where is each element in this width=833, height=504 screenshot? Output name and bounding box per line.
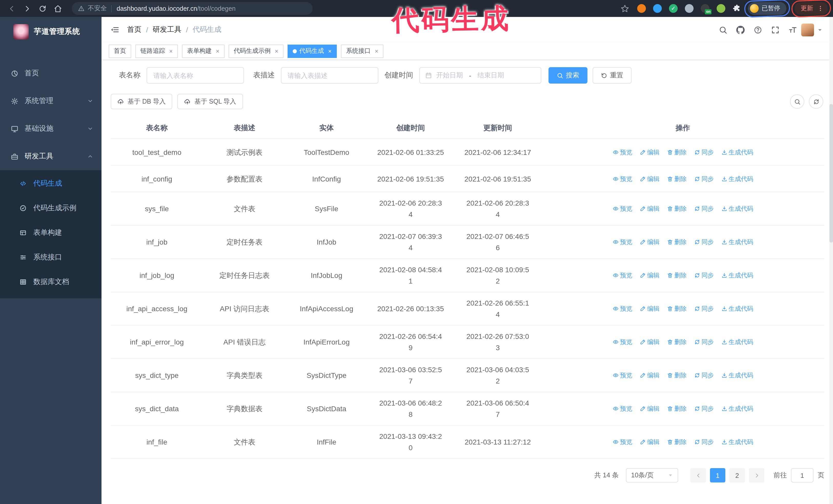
page-size-select[interactable]: 10条/页 (626, 468, 678, 482)
browser-back-button[interactable] (5, 2, 19, 15)
breadcrumb-dev-tools[interactable]: 研发工具 (153, 25, 182, 34)
sync-link[interactable]: 同步 (694, 270, 714, 281)
delete-link[interactable]: 删除 (667, 146, 687, 158)
sidebar-item-form-builder[interactable]: 表单构建 (0, 220, 101, 245)
address-bar[interactable]: 不安全 dashboard.yudao.iocoder.cn/tool/code… (72, 2, 313, 15)
sidebar-item-codegen[interactable]: 代码生成 (0, 171, 101, 196)
check-extension-icon[interactable]: ✓ (668, 4, 678, 13)
delete-link[interactable]: 删除 (667, 403, 687, 414)
app-logo[interactable]: 芋道管理系统 (0, 17, 101, 46)
generate-code-link[interactable]: 生成代码 (721, 303, 753, 314)
sync-link[interactable]: 同步 (694, 203, 714, 214)
browser-reload-button[interactable] (36, 2, 49, 15)
start-date-placeholder[interactable]: 开始日期 (436, 71, 463, 80)
font-size-icon[interactable] (788, 25, 797, 34)
generate-code-link[interactable]: 生成代码 (721, 270, 753, 281)
preview-link[interactable]: 预览 (612, 270, 632, 281)
puzzle-extension-icon[interactable] (732, 4, 742, 13)
toggle-search-button[interactable] (790, 94, 804, 109)
preview-link[interactable]: 预览 (612, 203, 632, 214)
sidebar-item-codegen-example[interactable]: 代码生成示例 (0, 196, 101, 220)
tab-close-icon[interactable]: × (375, 48, 378, 54)
help-icon[interactable] (754, 25, 762, 34)
table-desc-input[interactable] (281, 67, 378, 83)
delete-link[interactable]: 删除 (667, 173, 687, 184)
edit-link[interactable]: 编辑 (640, 173, 660, 184)
breadcrumb-home[interactable]: 首页 (127, 25, 142, 34)
generate-code-link[interactable]: 生成代码 (721, 236, 753, 248)
sync-link[interactable]: 同步 (694, 236, 714, 248)
sidebar-item-system[interactable]: 系统管理 (0, 87, 101, 115)
tab-close-icon[interactable]: × (328, 48, 332, 54)
tab-close-icon[interactable]: × (169, 48, 173, 54)
import-db-button[interactable]: 基于 DB 导入 (111, 94, 172, 109)
prev-page-button[interactable] (690, 468, 706, 482)
page-button-1[interactable]: 1 (710, 468, 725, 482)
sync-link[interactable]: 同步 (694, 303, 714, 314)
profile-paused-chip[interactable]: 已暂停 (748, 2, 786, 15)
generate-code-link[interactable]: 生成代码 (721, 203, 753, 214)
goto-page-input[interactable] (791, 468, 813, 482)
generate-code-link[interactable]: 生成代码 (721, 173, 753, 184)
preview-link[interactable]: 预览 (612, 173, 632, 184)
edit-link[interactable]: 编辑 (640, 236, 660, 248)
edit-link[interactable]: 编辑 (640, 403, 660, 414)
delete-link[interactable]: 删除 (667, 436, 687, 448)
delete-link[interactable]: 删除 (667, 203, 687, 214)
delete-link[interactable]: 删除 (667, 336, 687, 347)
preview-link[interactable]: 预览 (612, 303, 632, 314)
generate-code-link[interactable]: 生成代码 (721, 146, 753, 158)
preview-link[interactable]: 预览 (612, 146, 632, 158)
create-time-range-picker[interactable]: 开始日期 - 结束日期 (419, 67, 541, 83)
edit-link[interactable]: 编辑 (640, 270, 660, 281)
browser-menu-icon[interactable] (817, 5, 824, 12)
tab-close-icon[interactable]: × (216, 48, 219, 54)
browser-home-button[interactable] (51, 2, 65, 15)
sync-link[interactable]: 同步 (694, 436, 714, 448)
sync-link[interactable]: 同步 (694, 173, 714, 184)
page-button-2[interactable]: 2 (730, 468, 745, 482)
github-icon[interactable] (736, 25, 745, 34)
sidebar-item-db-doc[interactable]: 数据库文档 (0, 270, 101, 294)
generate-code-link[interactable]: 生成代码 (721, 436, 753, 448)
tab-close-icon[interactable]: × (275, 48, 278, 54)
tab-代码生成示例[interactable]: 代码生成示例× (229, 44, 284, 58)
grid-extension-icon[interactable] (684, 4, 694, 13)
preview-link[interactable]: 预览 (612, 336, 632, 347)
scrollbar-thumb[interactable] (829, 104, 833, 242)
tab-首页[interactable]: 首页 (109, 44, 131, 58)
preview-link[interactable]: 预览 (612, 370, 632, 381)
sync-link[interactable]: 同步 (694, 370, 714, 381)
end-date-placeholder[interactable]: 结束日期 (477, 71, 504, 80)
tab-系统接口[interactable]: 系统接口× (341, 44, 383, 58)
delete-link[interactable]: 删除 (667, 270, 687, 281)
switch-extension-icon[interactable]: on (700, 4, 710, 13)
sidebar-item-dev-tools[interactable]: 研发工具 (0, 143, 101, 170)
user-avatar[interactable] (801, 23, 814, 36)
sidebar-item-system-api[interactable]: 系统接口 (0, 245, 101, 270)
import-sql-button[interactable]: 基于 SQL 导入 (177, 94, 243, 109)
generate-code-link[interactable]: 生成代码 (721, 336, 753, 347)
search-button[interactable]: 搜索 (548, 67, 588, 83)
proxy-extension-icon[interactable] (637, 4, 646, 13)
gem-extension-icon[interactable] (652, 4, 662, 13)
generate-code-link[interactable]: 生成代码 (721, 370, 753, 381)
reset-button[interactable]: 重置 (593, 67, 632, 83)
generate-code-link[interactable]: 生成代码 (721, 403, 753, 414)
sync-link[interactable]: 同步 (694, 403, 714, 414)
header-search-icon[interactable] (719, 25, 728, 34)
edit-link[interactable]: 编辑 (640, 203, 660, 214)
preview-link[interactable]: 预览 (612, 403, 632, 414)
sidebar-item-infra[interactable]: 基础设施 (0, 115, 101, 143)
delete-link[interactable]: 删除 (667, 303, 687, 314)
edit-link[interactable]: 编辑 (640, 436, 660, 448)
delete-link[interactable]: 删除 (667, 236, 687, 248)
sync-link[interactable]: 同步 (694, 146, 714, 158)
table-name-input[interactable] (147, 67, 244, 83)
edit-link[interactable]: 编辑 (640, 336, 660, 347)
edit-link[interactable]: 编辑 (640, 303, 660, 314)
sidebar-item-home[interactable]: 首页 (0, 59, 101, 87)
next-page-button[interactable] (749, 468, 764, 482)
edit-link[interactable]: 编辑 (640, 146, 660, 158)
page-scrollbar[interactable] (829, 17, 833, 504)
